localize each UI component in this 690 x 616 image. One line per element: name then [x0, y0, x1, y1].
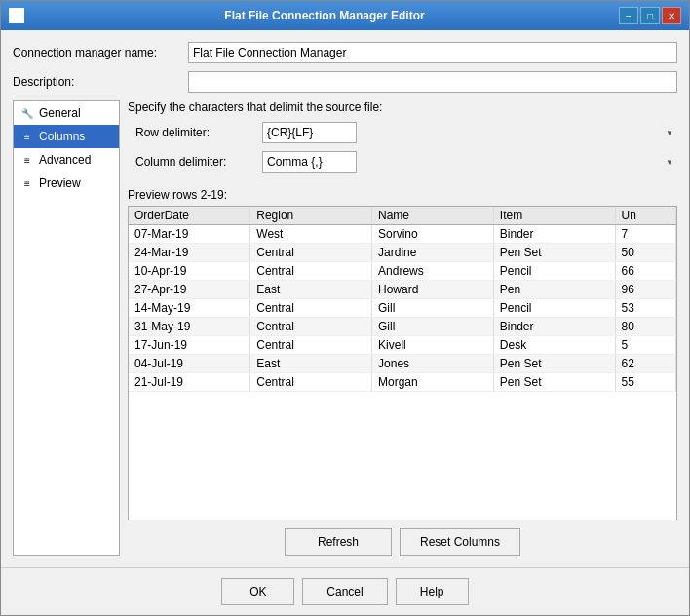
sidebar-item-general[interactable]: 🔧 General [14, 101, 119, 125]
col-header-name: Name [372, 207, 494, 225]
main-panel: Specify the characters that delimit the … [128, 100, 677, 556]
col-header-item: Item [493, 207, 615, 225]
cancel-button[interactable]: Cancel [302, 578, 387, 605]
app-icon [9, 8, 24, 23]
column-delimiter-select[interactable]: Comma {,}Semicolon {;}Tab {t}Pipe {|}Spa… [262, 151, 357, 173]
sidebar-item-columns[interactable]: ≡ Columns [14, 125, 119, 148]
window: Flat File Connection Manager Editor − □ … [0, 0, 690, 616]
preview-icon: ≡ [19, 175, 35, 191]
row-delimiter-row: Row delimiter: {CR}{LF}{CR}{LF}Semicolon… [135, 122, 677, 143]
col-header-region: Region [250, 207, 372, 225]
section-label: Specify the characters that delimit the … [128, 100, 677, 114]
footer: OK Cancel Help [1, 567, 689, 615]
sidebar-item-preview-label: Preview [39, 176, 81, 190]
preview-label: Preview rows 2-19: [128, 188, 677, 202]
general-icon: 🔧 [19, 105, 35, 121]
title-bar: Flat File Connection Manager Editor − □ … [1, 1, 689, 30]
reset-columns-button[interactable]: Reset Columns [400, 528, 520, 556]
close-button[interactable]: ✕ [662, 7, 681, 24]
connection-name-row: Connection manager name: [13, 42, 677, 63]
preview-table-container[interactable]: OrderDate Region Name Item Un 07-Mar-19W… [128, 206, 677, 520]
table-row: 24-Mar-19CentralJardinePen Set50 [129, 244, 676, 262]
row-delimiter-wrapper: {CR}{LF}{CR}{LF}Semicolon {;}Colon {:}Co… [262, 122, 677, 143]
maximize-button[interactable]: □ [640, 7, 660, 24]
column-delimiter-row: Column delimiter: Comma {,}Semicolon {;}… [135, 151, 677, 173]
columns-icon: ≡ [19, 129, 35, 144]
title-bar-buttons: − □ ✕ [619, 7, 681, 24]
description-row: Description: [13, 71, 677, 93]
sidebar-item-advanced[interactable]: ≡ Advanced [14, 148, 119, 172]
table-row: 04-Jul-19EastJonesPen Set62 [129, 355, 676, 373]
row-delimiter-select[interactable]: {CR}{LF}{CR}{LF}Semicolon {;}Colon {:}Co… [262, 122, 357, 143]
work-area: 🔧 General ≡ Columns ≡ Advanced ≡ Preview [13, 100, 677, 556]
connection-name-label: Connection manager name: [13, 46, 188, 59]
button-row: Refresh Reset Columns [128, 528, 677, 556]
sidebar-item-preview[interactable]: ≡ Preview [14, 172, 119, 195]
column-delimiter-label: Column delimiter: [135, 155, 262, 169]
main-content: Connection manager name: Description: 🔧 … [1, 30, 689, 567]
minimize-button[interactable]: − [619, 7, 638, 24]
row-delimiter-label: Row delimiter: [135, 126, 262, 139]
sidebar-item-columns-label: Columns [39, 130, 85, 143]
description-label: Description: [13, 75, 188, 89]
description-input[interactable] [188, 71, 677, 93]
window-title: Flat File Connection Manager Editor [30, 9, 619, 22]
connection-name-input[interactable] [188, 42, 677, 63]
col-header-orderdate: OrderDate [129, 207, 250, 225]
ok-button[interactable]: OK [221, 578, 294, 605]
sidebar-item-general-label: General [39, 106, 81, 120]
table-header-row: OrderDate Region Name Item Un [129, 207, 676, 225]
table-row: 31-May-19CentralGillBinder80 [129, 318, 676, 336]
column-delimiter-wrapper: Comma {,}Semicolon {;}Tab {t}Pipe {|}Spa… [262, 151, 677, 173]
table-row: 10-Apr-19CentralAndrewsPencil66 [129, 262, 676, 281]
table-row: 17-Jun-19CentralKivellDesk5 [129, 336, 676, 355]
table-row: 21-Jul-19CentralMorganPen Set55 [129, 373, 676, 392]
col-header-un: Un [615, 207, 675, 225]
sidebar: 🔧 General ≡ Columns ≡ Advanced ≡ Preview [13, 100, 120, 556]
table-row: 14-May-19CentralGillPencil53 [129, 299, 676, 318]
sidebar-item-advanced-label: Advanced [39, 153, 91, 167]
advanced-icon: ≡ [19, 152, 35, 168]
refresh-button[interactable]: Refresh [285, 528, 392, 556]
table-row: 27-Apr-19EastHowardPen96 [129, 281, 676, 299]
preview-table: OrderDate Region Name Item Un 07-Mar-19W… [129, 207, 676, 392]
table-row: 07-Mar-19WestSorvinoBinder7 [129, 225, 676, 244]
help-button[interactable]: Help [396, 578, 469, 605]
